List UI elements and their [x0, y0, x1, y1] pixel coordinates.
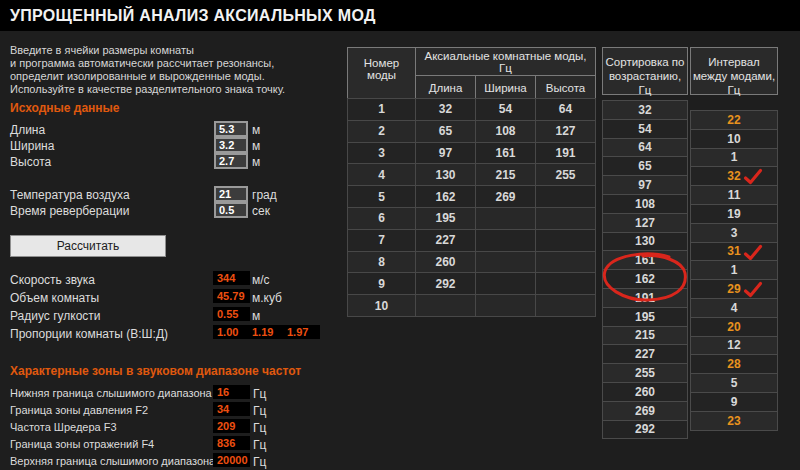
- interval-cell: 12: [690, 336, 778, 356]
- interval-value: 12: [727, 338, 740, 352]
- sorted-frequency-cell: 64: [602, 138, 688, 158]
- sorted-frequency-cell: 108: [602, 194, 688, 214]
- length-label: Длина: [10, 123, 45, 137]
- modes-table-row: 3 97 161 191: [348, 142, 596, 164]
- interval-column: 22 10 1 32 11: [690, 110, 778, 431]
- mode-width-cell: 161: [476, 142, 536, 164]
- sorted-frequency-value: 65: [638, 159, 651, 173]
- mode-number-cell: 9: [348, 273, 416, 295]
- reverb-time-input[interactable]: [214, 202, 248, 218]
- interval-value: 5: [731, 376, 738, 390]
- zones-heading: Характерные зоны в звуковом диапазоне ча…: [10, 364, 301, 378]
- mode-width-cell: [476, 295, 536, 317]
- sorted-frequency-value: 227: [635, 347, 655, 361]
- height-input[interactable]: [214, 153, 248, 169]
- modes-group-header: Аксиальные комнатные моды, Гц: [416, 48, 596, 76]
- page-title: УПРОЩЕННЫЙ АНАЛИЗ АКСИАЛЬНЫХ МОД: [10, 0, 376, 31]
- intro-line: и программа автоматически рассчитает рез…: [10, 57, 340, 70]
- red-checkmark-icon: [743, 281, 763, 299]
- interval-column-header: Интервал между модами, Гц: [690, 47, 778, 95]
- zone-f1-unit: Гц: [253, 387, 266, 401]
- sorted-frequency-cell: 191: [602, 288, 688, 308]
- zone-f5-value: 20000: [213, 453, 250, 467]
- mode-height-cell: 127: [536, 120, 596, 142]
- zone-f3-value: 209: [213, 419, 250, 433]
- proportion-height-value: 1.00: [213, 325, 250, 339]
- interval-cell: 9: [690, 392, 778, 412]
- width-unit: м: [252, 139, 260, 153]
- mode-length-cell: 32: [416, 99, 476, 121]
- zone-f2-label: Граница зоны давления F2: [10, 404, 148, 416]
- interval-cell: 5: [690, 373, 778, 393]
- source-data-heading: Исходные данные: [10, 101, 120, 115]
- zone-f4-label: Граница зоны отражений F4: [10, 438, 154, 450]
- proportion-width-value: 1.19: [248, 325, 285, 339]
- mode-width-cell: 54: [476, 99, 536, 121]
- red-checkmark-icon: [743, 244, 763, 262]
- interval-value: 1: [731, 263, 738, 277]
- sorted-frequency-value: 130: [635, 234, 655, 248]
- intro-text: Введите в ячейки размеры комнаты и прогр…: [10, 44, 340, 96]
- sorted-frequency-cell: 269: [602, 401, 688, 421]
- mode-width-cell: [476, 207, 536, 229]
- sorted-frequency-value: 161: [635, 253, 655, 267]
- zone-f5-unit: Гц: [253, 455, 266, 469]
- sorted-frequency-value: 191: [635, 291, 655, 305]
- interval-value: 1: [731, 150, 738, 164]
- interval-cell: 19: [690, 204, 778, 224]
- temperature-unit: град: [252, 188, 277, 202]
- interval-value: 4: [731, 301, 738, 315]
- mode-length-cell: 162: [416, 186, 476, 208]
- interval-cell: 29: [690, 279, 778, 299]
- zone-f4-unit: Гц: [253, 438, 266, 452]
- temperature-input[interactable]: [214, 186, 248, 202]
- sorted-frequency-cell: 227: [602, 344, 688, 364]
- sound-speed-label: Скорость звука: [10, 273, 95, 287]
- height-row: Высота м: [10, 154, 340, 170]
- reverb-time-label: Время реверберации: [10, 204, 129, 218]
- interval-value: 32: [727, 169, 740, 183]
- modes-table-header: Номер моды Аксиальные комнатные моды, Гц…: [347, 47, 596, 100]
- modes-table-row: 8 260: [348, 251, 596, 273]
- interval-value: 20: [727, 320, 740, 334]
- length-input[interactable]: [214, 121, 248, 137]
- width-input[interactable]: [214, 137, 248, 153]
- interval-cell: 23: [690, 411, 778, 431]
- sorted-frequency-cell: 130: [602, 232, 688, 252]
- sorted-frequency-value: 32: [638, 103, 651, 117]
- modes-table-row: 4 130 215 255: [348, 164, 596, 186]
- sorted-column-header: Сортировка по возрастанию, Гц: [602, 47, 688, 95]
- zone-f4-row: Граница зоны отражений F4 836 Гц: [10, 437, 350, 452]
- modes-table-body: 1 32 54 64 2 65 108 127 3 97 161 191 4: [347, 98, 596, 317]
- modes-table-row: 9 292: [348, 273, 596, 295]
- mode-number-cell: 3: [348, 142, 416, 164]
- mode-height-cell: [536, 229, 596, 251]
- mode-width-cell: 108: [476, 120, 536, 142]
- mode-number-cell: 2: [348, 120, 416, 142]
- interval-value: 29: [727, 282, 740, 296]
- mode-length-cell: 260: [416, 251, 476, 273]
- height-unit: м: [252, 155, 260, 169]
- mode-number-cell: 4: [348, 164, 416, 186]
- mode-number-cell: 1: [348, 99, 416, 121]
- sorted-frequency-cell: 65: [602, 156, 688, 176]
- mode-height-cell: [536, 273, 596, 295]
- zone-f3-unit: Гц: [253, 421, 266, 435]
- sorted-frequency-cell: 292: [602, 420, 688, 440]
- interval-value: 31: [727, 244, 740, 258]
- mode-number-cell: 10: [348, 295, 416, 317]
- sorted-frequency-cell: 97: [602, 175, 688, 195]
- zone-f2-value: 34: [213, 402, 250, 416]
- mode-length-cell: 65: [416, 120, 476, 142]
- zone-f1-row: Нижняя граница слышимого диапазона F1 16…: [10, 386, 350, 401]
- interval-cell: 28: [690, 354, 778, 374]
- reverb-time-unit: сек: [252, 204, 270, 218]
- mode-number-cell: 7: [348, 229, 416, 251]
- sorted-frequency-value: 260: [635, 385, 655, 399]
- width-label: Ширина: [10, 139, 54, 153]
- calculate-button[interactable]: Рассчитать: [10, 235, 166, 257]
- room-volume-value: 45.79: [213, 289, 250, 303]
- mode-number-cell: 6: [348, 207, 416, 229]
- sorted-frequency-value: 108: [635, 197, 655, 211]
- interval-value: 28: [727, 357, 740, 371]
